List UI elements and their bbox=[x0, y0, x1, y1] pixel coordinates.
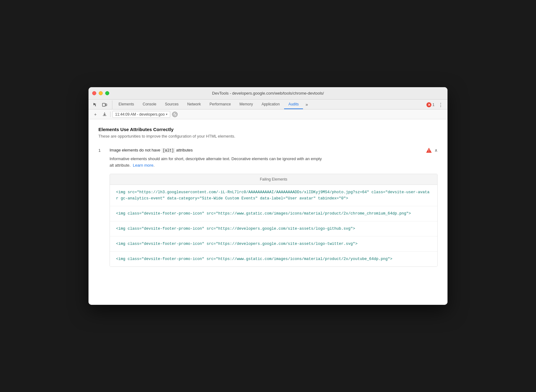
tab-performance[interactable]: Performance bbox=[205, 100, 235, 109]
main-content: Elements Use Attributes Correctly These … bbox=[89, 119, 447, 305]
failing-code-5: <img class="devsite-footer-promo-icon" s… bbox=[116, 256, 431, 262]
audit-icons: ! ∧ bbox=[426, 147, 438, 153]
failing-elements-box: Failing Elements <img src="https://lh3.g… bbox=[110, 174, 438, 267]
audit-title: Image elements do not have [alt] attribu… bbox=[110, 148, 421, 153]
tab-network[interactable]: Network bbox=[183, 100, 205, 109]
tab-elements[interactable]: Elements bbox=[114, 100, 138, 109]
error-icon: ✕ bbox=[426, 102, 431, 107]
failing-element-4: <img class="devsite-footer-promo-icon" s… bbox=[110, 236, 437, 252]
audit-item-header: 1 Image elements do not have [alt] attri… bbox=[98, 145, 438, 156]
error-badge: ✕ 1 bbox=[426, 102, 434, 107]
tab-memory[interactable]: Memory bbox=[235, 100, 257, 109]
warning-triangle-icon: ! bbox=[426, 147, 432, 153]
audit-title-prefix: Image elements do not have bbox=[110, 148, 162, 152]
tab-console[interactable]: Console bbox=[138, 100, 161, 109]
learn-more-link[interactable]: Learn more bbox=[133, 163, 153, 168]
minimize-button[interactable] bbox=[99, 91, 103, 95]
failing-element-5: <img class="devsite-footer-promo-icon" s… bbox=[110, 252, 437, 266]
failing-code-3: <img class="devsite-footer-promo-icon" s… bbox=[116, 226, 431, 232]
svg-rect-0 bbox=[102, 103, 105, 106]
failing-code-2: <img class="devsite-footer-promo-icon" s… bbox=[116, 211, 431, 217]
error-count: 1 bbox=[432, 103, 434, 107]
titlebar: DevTools - developers.google.com/web/too… bbox=[89, 87, 447, 100]
failing-code-1: <img src="https://lh3.googleusercontent.… bbox=[116, 189, 431, 202]
maximize-button[interactable] bbox=[105, 91, 109, 95]
failing-element-1: <img src="https://lh3.googleusercontent.… bbox=[110, 185, 437, 206]
audit-number: 1 bbox=[98, 148, 105, 153]
devtools-window: DevTools - developers.google.com/web/too… bbox=[89, 87, 447, 305]
download-button[interactable] bbox=[101, 111, 108, 118]
svg-text:!: ! bbox=[428, 149, 429, 152]
tab-sources[interactable]: Sources bbox=[161, 100, 183, 109]
tab-more-button[interactable]: » bbox=[303, 100, 310, 109]
tab-bar: Elements Console Sources Network Perform… bbox=[89, 100, 447, 109]
tab-application[interactable]: Application bbox=[257, 100, 284, 109]
audit-title-suffix: attributes bbox=[175, 148, 193, 152]
subbar-divider bbox=[110, 112, 110, 117]
section-title: Elements Use Attributes Correctly bbox=[98, 127, 438, 132]
close-button[interactable] bbox=[92, 91, 96, 95]
failing-element-3: <img class="devsite-footer-promo-icon" s… bbox=[110, 221, 437, 236]
add-recording-button[interactable]: + bbox=[92, 111, 99, 118]
audit-desc-text: Informative elements should aim for shor… bbox=[110, 156, 438, 169]
failing-elements-header: Failing Elements bbox=[110, 174, 437, 185]
svg-rect-1 bbox=[106, 104, 107, 106]
device-toggle-icon[interactable] bbox=[100, 100, 109, 109]
kebab-menu-button[interactable]: ⋮ bbox=[436, 100, 445, 109]
failing-code-4: <img class="devsite-footer-promo-icon" s… bbox=[116, 241, 431, 247]
tab-audits[interactable]: Audits bbox=[284, 100, 303, 109]
url-text: 11:44:09 AM - developers.goo bbox=[115, 112, 165, 117]
chevron-down-icon: ▾ bbox=[166, 113, 167, 116]
failing-element-2: <img class="devsite-footer-promo-icon" s… bbox=[110, 206, 437, 221]
audit-item: 1 Image elements do not have [alt] attri… bbox=[98, 145, 438, 267]
url-badge[interactable]: 11:44:09 AM - developers.goo ▾ bbox=[112, 111, 170, 118]
subbar: + 11:44:09 AM - developers.goo ▾ bbox=[89, 109, 447, 119]
section-subtitle: These are opportunities to improve the c… bbox=[98, 134, 438, 138]
inspect-icon[interactable] bbox=[91, 100, 100, 109]
chevron-up-icon[interactable]: ∧ bbox=[434, 148, 438, 153]
period: . bbox=[153, 163, 155, 168]
window-title: DevTools - developers.google.com/web/too… bbox=[212, 91, 324, 96]
audit-description: Informative elements should aim for shor… bbox=[110, 156, 438, 169]
audit-title-code: [alt] bbox=[162, 148, 175, 153]
block-icon[interactable] bbox=[172, 112, 178, 117]
traffic-lights bbox=[92, 91, 109, 95]
